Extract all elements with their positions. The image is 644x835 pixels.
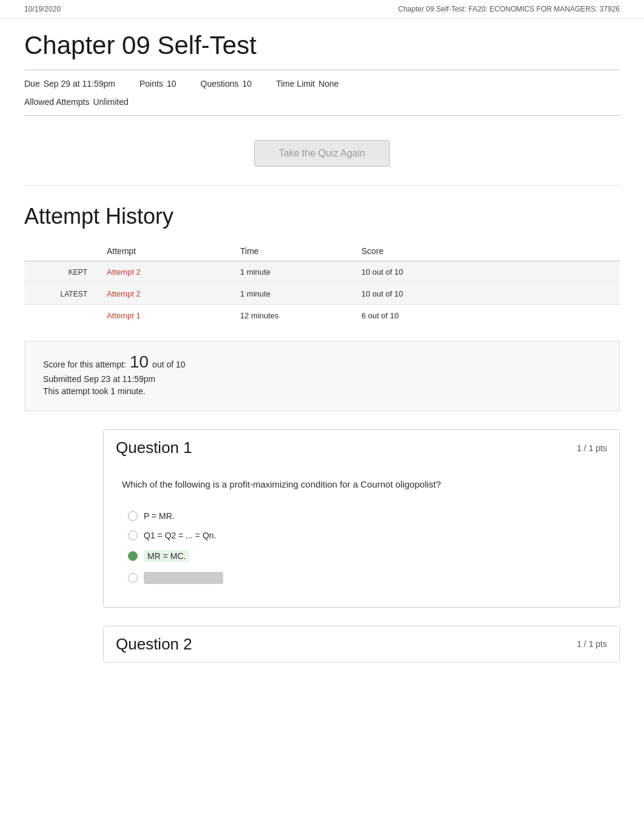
attempt-link[interactable]: Attempt 1 — [97, 305, 230, 327]
points-label: Points — [139, 79, 163, 89]
take-quiz-section: Take the Quiz Again — [24, 116, 620, 186]
question-body: Which of the following is a profit-maxim… — [104, 466, 619, 607]
attempt-time: 1 minute — [230, 261, 352, 283]
radio-icon — [128, 573, 138, 583]
radio-icon — [128, 511, 138, 521]
col-header-tag — [24, 241, 97, 261]
questions-label: Questions — [201, 79, 239, 89]
attempt-score: 10 out of 10 — [352, 261, 620, 283]
time-limit-label: Time Limit — [276, 79, 315, 89]
due-value: Sep 29 at 11:59pm — [44, 79, 115, 89]
attempt-score: 6 out of 10 — [352, 305, 620, 327]
col-header-score: Score — [352, 241, 620, 261]
answer-text: MR = MC. — [144, 550, 189, 562]
answer-option[interactable]: P = MR. — [128, 506, 601, 526]
attempt-history-title: Attempt History — [24, 204, 620, 229]
attempt-time: 12 minutes — [230, 305, 352, 327]
attempt-tag: KEPT — [24, 261, 97, 283]
answer-text: P = MR. — [144, 511, 175, 521]
col-header-time: Time — [230, 241, 352, 261]
question-pts: 1 / 1 pts — [577, 639, 607, 649]
attempt-tag — [24, 305, 97, 327]
attempt-tag: LATEST — [24, 283, 97, 305]
question-title: Question 1 — [116, 438, 192, 457]
breadcrumb: Chapter 09 Self-Test: FA20: ECONOMICS FO… — [398, 5, 620, 13]
question-header: Question 21 / 1 pts — [104, 626, 619, 662]
radio-icon — [128, 531, 138, 540]
quiz-meta-bar: Due Sep 29 at 11:59pm Points 10 Question… — [24, 70, 620, 116]
question-title: Question 2 — [116, 635, 192, 654]
question-text: Which of the following is a profit-maxim… — [122, 478, 601, 492]
page-title: Chapter 09 Self-Test — [24, 31, 620, 60]
answer-option[interactable]: Q1 = Q2 = ... = Qn. — [128, 526, 601, 545]
take-quiz-button[interactable]: Take the Quiz Again — [254, 140, 390, 167]
answer-option[interactable]: ████████████ — [128, 567, 601, 589]
date-label: 10/19/2020 — [24, 5, 61, 13]
attempt-link[interactable]: Attempt 2 — [97, 261, 230, 283]
answer-text: ████████████ — [144, 572, 223, 584]
answer-text: Q1 = Q2 = ... = Qn. — [144, 531, 216, 540]
answer-option[interactable]: MR = MC. — [128, 545, 601, 567]
score-out-of: out of 10 — [152, 360, 186, 369]
duration-text: This attempt took 1 minute. — [43, 386, 601, 396]
allowed-attempts-value: Unlimited — [93, 97, 128, 107]
question-block: Question 11 / 1 ptsWhich of the followin… — [103, 429, 620, 608]
points-value: 10 — [167, 79, 176, 89]
due-label: Due — [24, 79, 40, 89]
table-row: Attempt 112 minutes6 out of 10 — [24, 305, 620, 327]
col-header-attempt: Attempt — [97, 241, 230, 261]
question-header: Question 11 / 1 pts — [104, 430, 619, 466]
questions-value: 10 — [243, 79, 252, 89]
score-label: Score for this attempt: — [43, 360, 126, 369]
attempt-link[interactable]: Attempt 2 — [97, 283, 230, 305]
allowed-attempts-label: Allowed Attempts — [24, 97, 89, 107]
question-pts: 1 / 1 pts — [577, 443, 607, 453]
attempt-score: 10 out of 10 — [352, 283, 620, 305]
table-row: LATESTAttempt 21 minute10 out of 10 — [24, 283, 620, 305]
time-limit-value: None — [318, 79, 338, 89]
question-block: Question 21 / 1 pts — [103, 626, 620, 663]
radio-icon — [128, 551, 138, 561]
score-summary: Score for this attempt: 10 out of 10 Sub… — [24, 341, 620, 411]
attempt-time: 1 minute — [230, 283, 352, 305]
submitted-text: Submitted Sep 23 at 11:59pm — [43, 374, 601, 384]
attempt-history-table: Attempt Time Score KEPTAttempt 21 minute… — [24, 241, 620, 326]
score-big: 10 — [130, 354, 149, 371]
table-row: KEPTAttempt 21 minute10 out of 10 — [24, 261, 620, 283]
